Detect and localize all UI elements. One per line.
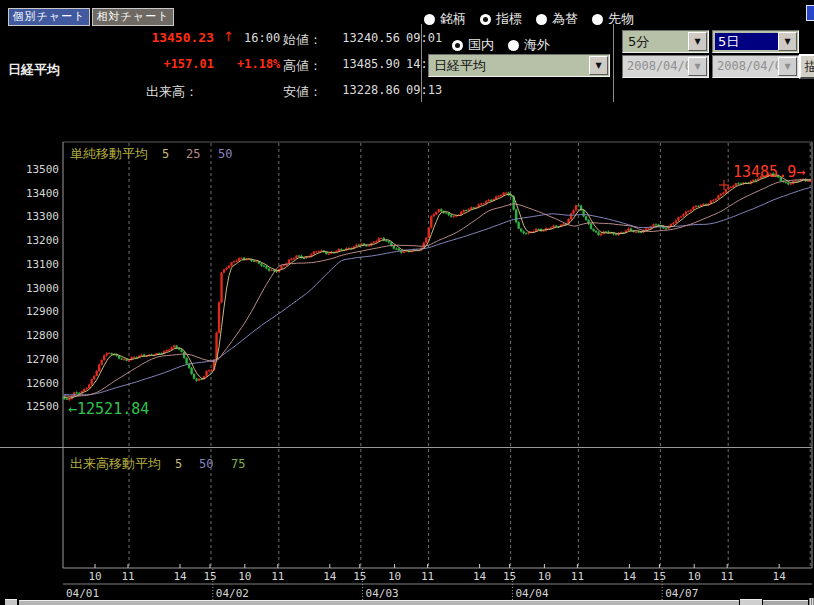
candle-up (168, 350, 170, 351)
candle-down (775, 176, 777, 177)
instrument-select[interactable]: 日経平均 ▼ (428, 54, 610, 77)
range-select[interactable]: 5日 ▼ (712, 30, 799, 53)
chevron-down-icon[interactable]: ▼ (688, 32, 707, 51)
x-axis-time-label: 11 (421, 570, 434, 583)
radio-region-kaigai[interactable]: 海外 (508, 36, 550, 54)
candle-up (617, 233, 619, 235)
chevron-down-icon[interactable]: ▼ (688, 57, 707, 76)
candle-up (248, 259, 250, 260)
candle-up (138, 356, 140, 358)
candle-up (535, 229, 537, 231)
candle-down (350, 248, 352, 249)
candle-up (378, 238, 380, 241)
scrollbar-thumb[interactable] (763, 600, 808, 605)
candle-up (315, 251, 317, 252)
candle-down (662, 226, 664, 228)
candle-up (290, 259, 292, 260)
candle-up (690, 210, 692, 211)
x-axis-time-label: 10 (238, 570, 251, 583)
annotation-low: ←12521.84 (68, 400, 149, 418)
radio-label: 国内 (468, 36, 494, 54)
candle-up (220, 273, 222, 303)
candle-down (665, 228, 667, 229)
resize-grip[interactable] (809, 598, 814, 605)
radio-icon[interactable] (424, 14, 435, 25)
radio-category-sakimono[interactable]: 先物 (592, 10, 634, 28)
candle-up (123, 359, 125, 360)
candle-down (797, 181, 799, 182)
volume-label: 出来高： (146, 83, 198, 101)
candle-down (565, 224, 567, 225)
chevron-down-icon[interactable]: ▼ (778, 32, 797, 51)
candle-up (770, 174, 772, 175)
date-to-picker[interactable]: 2008/04/07 ▼ (712, 55, 799, 78)
candle-down (540, 229, 542, 231)
chart-application: 1350013400133001320013100130001290012800… (0, 0, 814, 605)
candle-up (373, 242, 375, 243)
tab-relative-chart[interactable]: 相対チャート (92, 8, 174, 26)
candle-down (555, 226, 557, 227)
candle-up (477, 205, 479, 208)
candle-up (480, 204, 482, 205)
candle-up (308, 256, 310, 257)
header-separator (613, 24, 614, 102)
candle-up (108, 353, 110, 354)
x-axis-date-label: 04/02 (216, 587, 249, 600)
candle-down (395, 249, 397, 250)
radio-region-kokunai[interactable]: 国内 (452, 36, 494, 54)
candle-down (580, 206, 582, 211)
candle-up (570, 214, 572, 219)
corner-widget[interactable] (806, 5, 814, 21)
candle-up (600, 234, 602, 235)
candle-up (532, 231, 534, 232)
candle-down (78, 393, 80, 394)
y-axis-tick-label: 12800 (26, 329, 59, 342)
candle-up (627, 229, 629, 231)
legend-title: 単純移動平均 (70, 146, 148, 161)
candle-down (118, 356, 120, 359)
chevron-down-icon[interactable]: ▼ (778, 57, 797, 76)
candle-up (677, 217, 679, 220)
candle-up (238, 258, 240, 260)
y-axis-tick-label: 12500 (26, 400, 59, 413)
candle-up (433, 214, 435, 216)
candle-up (163, 351, 165, 353)
date-from-picker[interactable]: 2008/04/01 ▼ (622, 55, 709, 78)
candle-up (435, 212, 437, 214)
draw-button[interactable]: 描 (799, 54, 814, 79)
candle-up (230, 262, 232, 265)
x-axis-time-label: 14 (323, 570, 337, 583)
radio-category-kawase[interactable]: 為替 (536, 10, 578, 28)
candle-down (537, 229, 539, 230)
candle-down (512, 196, 514, 210)
interval-select-value: 5分 (628, 33, 649, 51)
candle-up (572, 210, 574, 213)
interval-select[interactable]: 5分 ▼ (622, 30, 709, 53)
radio-category-meigara[interactable]: 銘柄 (424, 10, 466, 28)
candle-up (735, 183, 737, 185)
candle-down (585, 216, 587, 220)
x-axis-time-label: 10 (688, 570, 701, 583)
chevron-down-icon[interactable]: ▼ (589, 56, 608, 75)
candle-up (550, 227, 552, 228)
candle-down (612, 233, 614, 234)
radio-icon[interactable] (508, 40, 519, 51)
radio-category-shihyo[interactable]: 指標 (480, 10, 522, 28)
candle-up (130, 357, 132, 359)
horizontal-scrollbar[interactable] (19, 600, 739, 605)
candle-down (110, 353, 112, 354)
ma50-line (64, 187, 811, 395)
radio-icon[interactable] (592, 14, 603, 25)
radio-icon[interactable] (536, 14, 547, 25)
scrollbar-left-box[interactable] (5, 599, 17, 605)
radio-icon[interactable] (480, 14, 491, 25)
candle-down (343, 250, 345, 251)
y-axis-tick-label: 12700 (26, 353, 59, 366)
candle-down (605, 232, 607, 233)
candle-up (610, 233, 612, 234)
candle-down (655, 224, 657, 225)
scrollbar-button[interactable] (740, 599, 762, 605)
x-axis-time-label: 10 (538, 570, 551, 583)
radio-icon[interactable] (452, 40, 463, 51)
tab-individual-chart[interactable]: 個別チャート (8, 8, 90, 26)
